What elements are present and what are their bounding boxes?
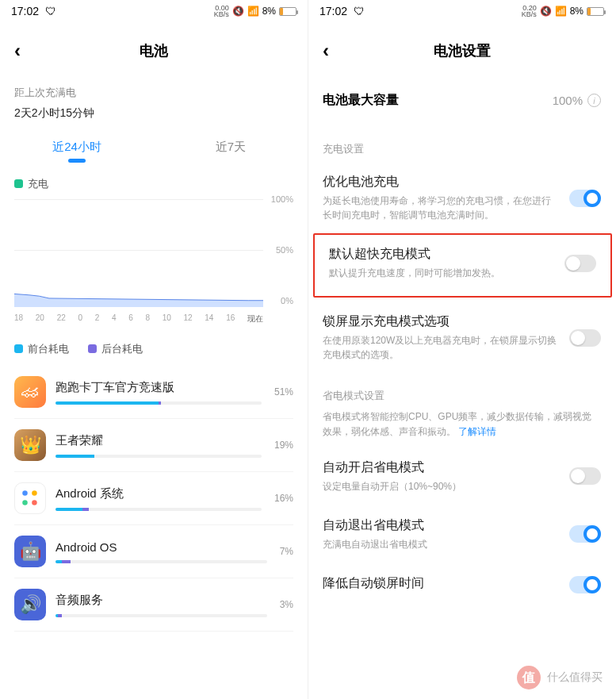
- usage-bar: [55, 560, 267, 563]
- capacity-row[interactable]: 电池最大容量 100% i: [308, 76, 615, 128]
- autooff-desc: 充满电自动退出省电模式: [323, 537, 560, 551]
- app-row[interactable]: 🤖Android OS7%: [14, 525, 293, 578]
- net-speed: 0.20KB/s: [522, 5, 537, 17]
- row-fast-charging[interactable]: 默认超快充电模式 默认提升充电速度，同时可能增加发热。: [315, 235, 610, 293]
- battery-screen: 17:02 🛡 0.00KB/s 🔇 📶 8% ‹ 电池 距上次充满电 2天2小…: [0, 0, 308, 699]
- app-icon: [14, 482, 46, 514]
- legend-usage: 前台耗电 后台耗电: [0, 325, 308, 366]
- wifi-icon: 📶: [555, 6, 567, 17]
- app-pct: 7%: [280, 546, 293, 557]
- capacity-label: 电池最大容量: [323, 92, 399, 109]
- shield-icon: 🛡: [45, 5, 56, 17]
- watermark-icon: 值: [517, 666, 541, 689]
- svg-point-0: [22, 490, 28, 496]
- battery-icon: [279, 7, 297, 16]
- ytick-100: 100%: [271, 194, 293, 204]
- status-batt-pct: 8%: [570, 6, 583, 17]
- app-row[interactable]: 👑王者荣耀19%: [14, 419, 293, 472]
- toggle-auto-off[interactable]: [569, 525, 601, 543]
- watermark: 值 什么值得买: [517, 666, 603, 689]
- back-button[interactable]: ‹: [323, 40, 329, 62]
- highlight-box: 默认超快充电模式 默认提升充电速度，同时可能增加发热。: [313, 233, 612, 298]
- back-button[interactable]: ‹: [14, 40, 21, 62]
- app-list: 🏎跑跑卡丁车官方竞速版51%👑王者荣耀19%Android 系统16%🤖Andr…: [0, 366, 308, 632]
- app-row[interactable]: 🏎跑跑卡丁车官方竞速版51%: [14, 366, 293, 419]
- wifi-icon: 📶: [247, 6, 259, 17]
- learn-more-link[interactable]: 了解详情: [458, 426, 496, 437]
- time-tabs: 近24小时 近7天: [0, 132, 308, 166]
- shield-icon: 🛡: [354, 5, 365, 17]
- svg-point-1: [32, 490, 36, 496]
- app-icon: 🤖: [14, 536, 46, 567]
- lower-title: 降低自动锁屏时间: [323, 575, 560, 592]
- page-title: 电池设置: [434, 41, 491, 60]
- nav-header: ‹ 电池: [0, 19, 308, 76]
- toggle-optimized[interactable]: [569, 190, 601, 207]
- status-time: 17:02: [11, 5, 39, 17]
- app-pct: 51%: [274, 386, 293, 398]
- autooff-title: 自动退出省电模式: [323, 517, 560, 534]
- lock-desc: 在使用原装120W及以上充电器充电时，在锁屏显示切换充电模式的选项。: [323, 333, 560, 362]
- fast-desc: 默认提升充电速度，同时可能增加发热。: [329, 266, 555, 280]
- toggle-lower-lock[interactable]: [569, 576, 601, 593]
- ytick-50: 50%: [276, 245, 293, 255]
- legend-charge: 充电: [0, 166, 308, 198]
- opt-title: 优化电池充电: [323, 174, 560, 190]
- usage-bar: [55, 614, 267, 617]
- status-batt-pct: 8%: [262, 6, 276, 17]
- mute-icon: 🔇: [232, 6, 244, 17]
- capacity-value: 100%: [553, 94, 583, 107]
- row-auto-on[interactable]: 自动开启省电模式 设定电量自动开启（10%~90%）: [308, 448, 615, 506]
- usage-bar: [55, 401, 262, 405]
- x-axis: 1820 220 24 68 1012 1416 现在: [14, 313, 263, 325]
- autoon-desc: 设定电量自动开启（10%~90%）: [323, 479, 560, 494]
- app-name: Android 系统: [55, 486, 262, 501]
- app-pct: 3%: [280, 599, 293, 610]
- page-title: 电池: [140, 41, 168, 60]
- app-pct: 16%: [274, 493, 293, 504]
- lock-title: 锁屏显示充电模式选项: [323, 313, 560, 330]
- status-time: 17:02: [319, 5, 347, 17]
- tab-7d[interactable]: 近7天: [154, 132, 308, 166]
- app-icon: 🏎: [14, 376, 46, 408]
- usage-bar: [55, 455, 262, 458]
- app-icon: 🔊: [14, 589, 46, 620]
- net-speed: 0.00KB/s: [214, 5, 229, 17]
- toggle-lockscreen[interactable]: [569, 329, 601, 347]
- powersave-desc: 省电模式将智能控制CPU、GPU频率，减少数据传输，减弱视觉效果，弱化体感、声音…: [308, 409, 615, 447]
- svg-point-3: [32, 500, 36, 505]
- since-value: 2天2小时15分钟: [0, 100, 308, 132]
- since-label: 距上次充满电: [0, 76, 308, 100]
- section-charging: 充电设置: [308, 128, 615, 163]
- battery-chart[interactable]: 100% 50% 0% 1820 220 24 68 1012 1416 现在: [14, 198, 293, 325]
- info-icon[interactable]: i: [587, 94, 601, 107]
- opt-desc: 为延长电池使用寿命，将学习您的充电习惯，在您进行长时间充电时，智能调节电池充满时…: [323, 194, 560, 222]
- row-optimized-charging[interactable]: 优化电池充电 为延长电池使用寿命，将学习您的充电习惯，在您进行长时间充电时，智能…: [308, 163, 615, 235]
- nav-header: ‹ 电池设置: [308, 19, 615, 76]
- autoon-title: 自动开启省电模式: [323, 459, 560, 476]
- legend-bg: 后台耗电: [88, 342, 143, 356]
- app-pct: 19%: [274, 440, 293, 451]
- status-bar: 17:02 🛡 0.00KB/s 🔇 📶 8%: [0, 0, 308, 19]
- toggle-auto-on[interactable]: [569, 467, 601, 485]
- app-name: 王者荣耀: [55, 433, 262, 448]
- app-row[interactable]: Android 系统16%: [14, 472, 293, 525]
- mute-icon: 🔇: [540, 6, 552, 17]
- app-name: 跑跑卡丁车官方竞速版: [55, 380, 262, 395]
- ytick-0: 0%: [281, 296, 293, 305]
- app-name: Android OS: [55, 540, 267, 554]
- tab-24h[interactable]: 近24小时: [0, 132, 154, 166]
- app-name: 音频服务: [55, 593, 267, 608]
- section-powersave: 省电模式设置: [308, 374, 615, 409]
- status-bar: 17:02 🛡 0.20KB/s 🔇 📶 8%: [308, 0, 615, 19]
- row-lower-lock[interactable]: 降低自动锁屏时间: [308, 564, 615, 598]
- battery-icon: [587, 7, 604, 16]
- app-row[interactable]: 🔊音频服务3%: [14, 578, 293, 632]
- svg-point-2: [22, 500, 28, 505]
- usage-bar: [55, 508, 262, 511]
- battery-settings-screen: 17:02 🛡 0.20KB/s 🔇 📶 8% ‹ 电池设置 电池最大容量 10…: [308, 0, 615, 699]
- row-lockscreen-mode[interactable]: 锁屏显示充电模式选项 在使用原装120W及以上充电器充电时，在锁屏显示切换充电模…: [308, 302, 615, 374]
- fast-title: 默认超快充电模式: [329, 246, 555, 263]
- toggle-fast[interactable]: [564, 255, 596, 272]
- row-auto-off[interactable]: 自动退出省电模式 充满电自动退出省电模式: [308, 506, 615, 564]
